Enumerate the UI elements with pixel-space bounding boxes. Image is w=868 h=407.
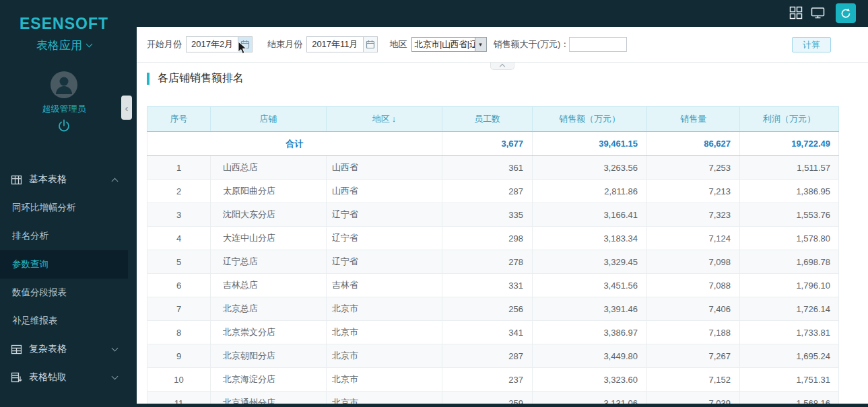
apps-grid-icon[interactable]: [789, 6, 803, 22]
table-cell: 278: [442, 250, 533, 274]
table-cell: 北京崇文分店: [211, 321, 327, 344]
end-month-input[interactable]: 2017年11月: [306, 36, 377, 52]
sales-threshold-label: 销售额大于(万元)：: [494, 38, 570, 50]
table-cell: 1,386.95: [740, 180, 839, 203]
table-cell: 北京市: [327, 321, 442, 344]
table-cell: 辽宁省: [327, 203, 442, 227]
sidebar-item-segment-report[interactable]: 数值分段报表: [0, 279, 128, 307]
table-cell: 1,511.57: [740, 156, 839, 180]
table-cell: 1,698.78: [740, 250, 839, 274]
sort-descending-icon: ↓: [392, 114, 397, 124]
table-cell: 1,695.24: [740, 344, 839, 368]
sidebar-menu: 基本表格 同环比增幅分析 排名分析 参数查询 数值分段报表 补足维报表 复杂表格…: [0, 165, 128, 392]
table-cell: 1,578.80: [740, 227, 839, 250]
sales-threshold-input[interactable]: [569, 37, 627, 52]
calendar-icon: [240, 40, 250, 49]
table-total-row: 合计 3,677 39,461.15 86,627 19,722.49: [147, 132, 839, 156]
user-role-label: 超级管理员: [0, 103, 128, 115]
calculate-button[interactable]: 计算: [792, 37, 831, 52]
table-cell: 7: [147, 297, 211, 321]
table-cell: 9: [147, 344, 211, 368]
table-cell: 6: [147, 274, 211, 297]
table-row: 5辽宁总店辽宁省2783,329.457,0981,698.78: [147, 250, 839, 274]
brand-subtitle[interactable]: 表格应用: [0, 38, 128, 53]
table-cell: 7,267: [647, 344, 740, 368]
table-row: 11北京通州分店北京市2593,131.067,0391,568.16: [147, 392, 839, 404]
table-cell: 287: [442, 180, 533, 203]
start-month-value: 2017年2月: [187, 37, 238, 52]
table-cell: 7,124: [647, 227, 740, 250]
region-select-value: 北京市|山西省|辽: [412, 38, 475, 51]
table-cell: 大连中山分店: [211, 227, 327, 250]
table-cell: 1,751.31: [740, 368, 839, 392]
basic-table-icon: [11, 174, 22, 186]
table-row: 9北京朝阳分店北京市2873,449.807,2671,695.24: [147, 344, 839, 368]
table-cell: 7,323: [647, 203, 740, 227]
region-select[interactable]: 北京市|山西省|辽 ▼: [411, 37, 487, 52]
table-cell: 7,213: [647, 180, 740, 203]
sidebar: ESENSOFT 表格应用 超级管理员 基本表格: [0, 0, 128, 407]
menu-section-basic-tables[interactable]: 基本表格: [0, 165, 128, 194]
table-cell: 吉林总店: [211, 274, 327, 297]
table-cell: 7,039: [647, 392, 740, 404]
table-cell: 4: [147, 227, 211, 250]
header-sales[interactable]: 销售额（万元）: [533, 107, 647, 132]
filter-collapse-tab[interactable]: [490, 63, 514, 70]
sidebar-item-parameter-query[interactable]: 参数查询: [0, 250, 128, 279]
chevron-up-icon: [112, 178, 119, 185]
dropdown-arrow-icon[interactable]: ▼: [475, 38, 486, 51]
drill-table-icon: [11, 372, 22, 383]
header-index[interactable]: 序号: [147, 107, 211, 132]
table-cell: 3,166.41: [533, 203, 647, 227]
table-cell: 辽宁省: [327, 227, 442, 250]
table-body: 合计 3,677 39,461.15 86,627 19,722.49 1山西总…: [147, 132, 839, 404]
logout-power-button[interactable]: [0, 118, 128, 133]
table-cell: 335: [442, 203, 533, 227]
sales-rank-table: 序号 店铺 地区↓ 员工数 销售额（万元） 销售量 利润（万元） 合计 3,67…: [147, 106, 839, 404]
table-cell: 256: [442, 297, 533, 321]
sidebar-item-rank-analysis[interactable]: 排名分析: [0, 222, 128, 250]
table-cell: 3,263.56: [533, 156, 647, 180]
start-month-label: 开始月份: [147, 38, 182, 50]
table-cell: 北京市: [327, 392, 442, 404]
power-icon: [57, 118, 71, 133]
user-icon: [51, 71, 77, 98]
calendar-icon: [366, 40, 375, 49]
end-month-calendar-button[interactable]: [363, 37, 377, 52]
table-cell: 1,796.10: [740, 274, 839, 297]
header-store[interactable]: 店铺: [211, 107, 327, 132]
table-cell: 北京市: [327, 368, 442, 392]
screen-icon[interactable]: [811, 6, 825, 22]
total-profit: 19,722.49: [740, 132, 839, 156]
table-row: 1山西总店山西省3613,263.567,2531,511.57: [147, 156, 839, 180]
table-cell: 1,568.16: [740, 392, 839, 404]
header-employees[interactable]: 员工数: [442, 107, 533, 132]
header-volume[interactable]: 销售量: [647, 107, 740, 132]
table-cell: 7,188: [647, 321, 740, 344]
table-cell: 10: [147, 368, 211, 392]
start-month-input[interactable]: 2017年2月: [186, 36, 253, 52]
header-profit[interactable]: 利润（万元）: [740, 107, 839, 132]
table-header: 序号 店铺 地区↓ 员工数 销售额（万元） 销售量 利润（万元）: [147, 107, 839, 132]
sidebar-item-trend-analysis[interactable]: 同环比增幅分析: [0, 194, 128, 222]
table-row: 2太原阳曲分店山西省2872,811.867,2131,386.95: [147, 180, 839, 203]
table-cell: 1: [147, 156, 211, 180]
table-cell: 331: [442, 274, 533, 297]
table-row: 4大连中山分店辽宁省2983,183.347,1241,578.80: [147, 227, 839, 250]
menu-section-complex-tables[interactable]: 复杂表格: [0, 335, 128, 363]
refresh-button[interactable]: [836, 3, 856, 23]
table-row: 6吉林总店吉林省3313,451.567,0881,796.10: [147, 274, 839, 297]
sidebar-collapse-handle[interactable]: ‹: [121, 96, 132, 120]
total-sales: 39,461.15: [533, 132, 647, 156]
header-region[interactable]: 地区↓: [327, 107, 442, 132]
table-cell: 7,152: [647, 368, 740, 392]
menu-section-table-drill[interactable]: 表格钻取: [0, 363, 128, 392]
sidebar-item-label: 数值分段报表: [12, 287, 67, 299]
table-cell: 8: [147, 321, 211, 344]
sidebar-item-dimension-report[interactable]: 补足维报表: [0, 307, 128, 335]
table-cell: 1,726.14: [740, 297, 839, 321]
table-cell: 北京通州分店: [211, 392, 327, 404]
start-month-calendar-button[interactable]: [238, 37, 252, 52]
table-cell: 沈阳大东分店: [211, 203, 327, 227]
page-title-row: 各店铺销售额排名: [147, 71, 244, 85]
